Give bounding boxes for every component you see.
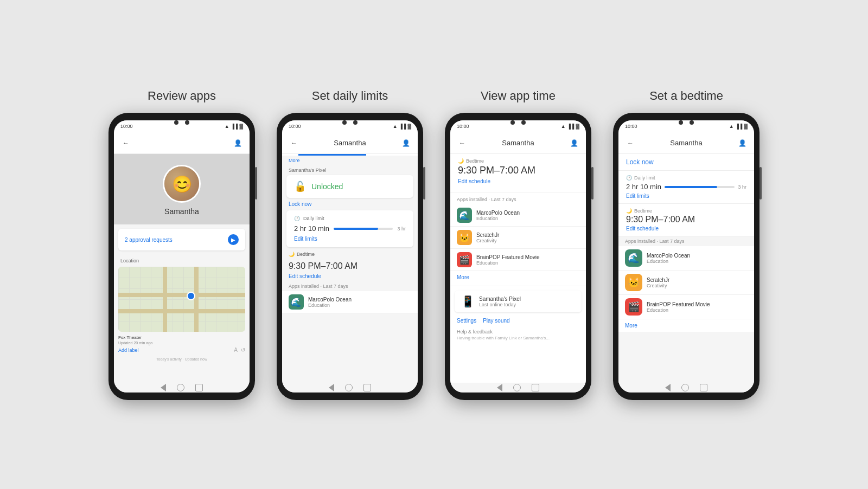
main-container: Review apps 10:00 ▲ ▐▐ ▓ ← xyxy=(76,67,792,422)
back-nav-1[interactable] xyxy=(161,384,166,391)
wifi-icon-4: ▲ xyxy=(729,124,734,129)
limit-bar-fill xyxy=(334,228,378,230)
limit-amount-row-4: 2 hr 10 min 3 hr xyxy=(626,183,746,191)
limit-bar[interactable] xyxy=(334,228,393,230)
section-title-4: Set a bedtime xyxy=(649,89,723,103)
unlocked-text: Unlocked xyxy=(311,182,343,191)
back-button-1[interactable]: ← xyxy=(120,138,131,149)
recents-nav-2[interactable] xyxy=(363,384,371,391)
home-nav-2[interactable] xyxy=(345,384,353,391)
device-phone-icon: 📱 xyxy=(461,295,475,308)
recents-nav-1[interactable] xyxy=(195,384,203,391)
moon-icon-3: 🌙 xyxy=(458,158,464,164)
battery-icon: ▓ xyxy=(239,124,243,129)
text-icon: A xyxy=(234,347,238,353)
profile-icon-1[interactable]: 👤 xyxy=(232,138,243,149)
app-item-marcopolo-2: 🌊 MarcoPolo Ocean Education xyxy=(282,291,418,313)
app-bar-title-3: Samantha xyxy=(472,139,564,147)
app-icon-marcopolo-2: 🌊 xyxy=(289,294,304,310)
more-link-3[interactable]: More xyxy=(450,271,586,284)
edit-limits-link-2[interactable]: Edit limits xyxy=(294,236,406,242)
settings-row-3: Settings Play sound xyxy=(450,314,586,327)
bedtime-label-3: 🌙 Bedtime xyxy=(458,158,578,164)
back-nav-2[interactable] xyxy=(329,384,334,391)
app-icon-lg-marcopolo-4: 🌊 xyxy=(625,249,642,267)
refresh-icon: ↺ xyxy=(241,347,245,353)
app-row-brainpop-4: 🎬 BrainPOP Featured Movie Education xyxy=(618,295,754,319)
daily-limit-label: Daily limit xyxy=(303,216,324,221)
device-label-2: Samantha's Pixel xyxy=(282,165,418,175)
approval-card[interactable]: 2 approval requests ▶ xyxy=(118,229,245,250)
status-icons-1: ▲ ▐▐ ▓ xyxy=(225,124,243,129)
profile-icon-3[interactable]: 👤 xyxy=(569,138,579,149)
battery-icon-4: ▓ xyxy=(744,124,748,129)
daily-limit-header: 🕐 Daily limit xyxy=(294,216,406,221)
app-name-brainpop-4: BrainPOP Featured Movie xyxy=(647,301,748,307)
limit-slider-4[interactable] xyxy=(665,186,735,188)
back-nav-3[interactable] xyxy=(497,384,502,391)
battery-icon-2: ▓ xyxy=(407,124,411,129)
help-text-3: Having trouble with Family Link or Saman… xyxy=(457,336,579,340)
speaker-dot-3 xyxy=(521,120,526,125)
bedtime-label-4: Bedtime xyxy=(634,208,652,214)
edit-schedule-4[interactable]: Edit schedule xyxy=(626,224,746,231)
bedtime-section-2: 🌙 Bedtime xyxy=(282,249,418,259)
status-time-1: 10:00 xyxy=(120,124,133,129)
limit-max-2: 3 hr xyxy=(397,226,406,231)
more-link-4[interactable]: More xyxy=(618,319,754,332)
back-button-2[interactable]: ← xyxy=(289,138,299,149)
more-section[interactable]: More xyxy=(282,156,418,165)
edit-schedule-3[interactable]: Edit schedule xyxy=(458,176,578,185)
limit-amount-4: 2 hr 10 min xyxy=(626,183,661,191)
section-review-apps: Review apps 10:00 ▲ ▐▐ ▓ ← xyxy=(108,89,255,400)
app-name-scratch-4: ScratchJr xyxy=(647,277,748,283)
map-road-h2 xyxy=(118,309,245,313)
phone-3: 10:00 ▲ ▐▐ ▓ ← Samantha 👤 🌙 xyxy=(445,113,591,400)
device-info-3: Samantha's Pixel Last online today xyxy=(479,296,521,307)
wifi-icon-3: ▲ xyxy=(561,124,566,129)
app-row-marcopolo-4: 🌊 MarcoPolo Ocean Education xyxy=(618,246,754,271)
app-item-marcopolo-3: 🌊 MarcoPolo Ocean Education xyxy=(450,204,586,227)
app-info-scratch-4: ScratchJr Creativity xyxy=(647,277,748,288)
help-label-3: Help & feedback xyxy=(457,329,579,334)
back-button-3[interactable]: ← xyxy=(457,138,468,149)
app-row-scratch-4: 🐱 ScratchJr Creativity xyxy=(618,271,754,295)
profile-icon-2[interactable]: 👤 xyxy=(400,138,411,149)
recents-nav-3[interactable] xyxy=(532,384,539,391)
lock-now-row-4: Lock now xyxy=(618,154,754,171)
app-info-brainpop-3: BrainPOP Featured Movie Education xyxy=(476,254,579,266)
app-icon-marcopolo-3: 🌊 xyxy=(457,208,472,223)
side-button-2 xyxy=(423,167,425,200)
home-bar-4 xyxy=(618,383,754,393)
app-info-brainpop-4: BrainPOP Featured Movie Education xyxy=(647,301,748,313)
back-nav-4[interactable] xyxy=(665,384,671,391)
app-icon-brainpop-3: 🎬 xyxy=(457,252,472,267)
moon-icon-4: 🌙 xyxy=(626,208,632,214)
battery-icon-3: ▓ xyxy=(576,124,579,129)
app-icon-lg-scratch-4: 🐱 xyxy=(625,274,642,291)
home-nav-4[interactable] xyxy=(681,384,689,391)
status-time-3: 10:00 xyxy=(457,124,469,129)
settings-link-3[interactable]: Settings xyxy=(457,318,476,324)
back-button-4[interactable]: ← xyxy=(625,138,636,149)
screen-content-2: More Samantha's Pixel 🔓 Unlocked Lock no… xyxy=(282,156,418,383)
screen-content-4: Lock now 🕐 Daily limit 2 hr 10 min xyxy=(618,154,754,383)
app-info-scratch-3: ScratchJr Creativity xyxy=(476,232,579,243)
limit-max-4: 3 hr xyxy=(738,184,746,190)
signal-icon-4: ▐▐ xyxy=(736,124,743,129)
home-nav-1[interactable] xyxy=(177,384,184,391)
app-cat-brainpop-3: Education xyxy=(476,260,579,266)
lock-now-link-2[interactable]: Lock now xyxy=(282,200,418,210)
add-label[interactable]: Add label xyxy=(118,348,139,353)
recents-nav-4[interactable] xyxy=(700,384,707,391)
lock-now-text-4[interactable]: Lock now xyxy=(626,158,746,166)
play-sound-link-3[interactable]: Play sound xyxy=(483,318,509,324)
avatar-face xyxy=(164,166,199,201)
bedtime-icon-row-4: 🌙 Bedtime xyxy=(626,208,746,214)
profile-icon-4[interactable]: 👤 xyxy=(737,138,748,149)
edit-limits-4[interactable]: Edit limits xyxy=(626,191,746,199)
home-bar-3 xyxy=(450,383,586,393)
home-nav-3[interactable] xyxy=(513,384,521,391)
approval-arrow[interactable]: ▶ xyxy=(228,234,239,245)
edit-schedule-link-2[interactable]: Edit schedule xyxy=(282,273,418,281)
